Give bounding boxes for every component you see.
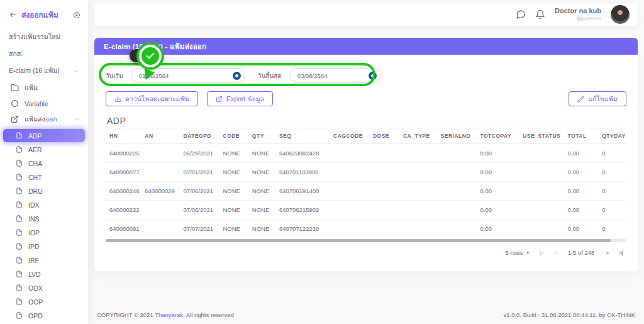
- column-header-totcopay[interactable]: TOTCOPAY: [476, 128, 519, 144]
- sidebar-group-label: E-claim (16 แฟ้ม): [9, 65, 60, 76]
- column-header-qty[interactable]: QTY: [248, 128, 275, 144]
- table-row[interactable]: 64000009107/07/2021NONENONE6407071222300…: [106, 220, 626, 238]
- sidebar-item-opd[interactable]: OPD: [0, 309, 88, 322]
- date-picker-icon[interactable]: [233, 72, 241, 80]
- sidebar-item-export-files[interactable]: แฟ้มส่งออก: [0, 111, 88, 128]
- user-role: ผู้ดูแลระบบ: [577, 16, 601, 22]
- end-date-label: วันสิ้นสุด: [258, 71, 282, 81]
- sidebar-item-iop[interactable]: IOP: [0, 226, 88, 239]
- sidebar-item-adp[interactable]: ADP: [3, 129, 85, 142]
- table-header-row: HNANDATEOPDCODEQTYSEQCAGCODEDOSECA_TYPES…: [106, 128, 626, 144]
- table-cell: [519, 144, 564, 163]
- sidebar-group-eclaim[interactable]: E-claim (16 แฟ้ม): [0, 62, 88, 79]
- column-header-use_status[interactable]: USE_STATUS: [519, 128, 564, 144]
- table-cell: 0.00: [476, 201, 519, 220]
- column-header-cagcode[interactable]: CAGCODE: [330, 128, 369, 144]
- sidebar-item-label: DRU: [28, 187, 43, 195]
- table-cell: 0.00: [564, 144, 599, 163]
- edit-file-button[interactable]: แก้ไขแฟ้ม: [569, 91, 626, 106]
- table-cell: [141, 220, 179, 238]
- top-navbar: Doctor na kub ผู้ดูแลระบบ: [94, 3, 638, 26]
- sidebar-item-irf[interactable]: IRF: [0, 254, 88, 267]
- table-cell: 640000225: [106, 144, 141, 163]
- bell-icon[interactable]: [535, 9, 545, 20]
- sidebar-item-label: INS: [28, 215, 40, 223]
- table-body: 64000022506/29/2021NONENONE6406230824280…: [106, 144, 626, 238]
- sidebar-item-sks[interactable]: สกส.: [0, 45, 88, 62]
- end-date-input[interactable]: [289, 68, 381, 83]
- sidebar-item-ipd[interactable]: IPD: [0, 240, 88, 253]
- thanyarak-link[interactable]: Thanyarak: [155, 311, 183, 318]
- table-cell: [369, 201, 399, 220]
- column-header-qtyday[interactable]: QTYDAY: [598, 128, 626, 144]
- column-header-ca_type[interactable]: CA_TYPE: [399, 128, 437, 144]
- next-page-button[interactable]: >: [605, 249, 608, 256]
- table-cell: 0.00: [564, 201, 599, 220]
- copyright-text: COPYRIGHT © 2021 Thanyarak, All rights r…: [97, 311, 234, 318]
- table-row[interactable]: 64000022506/29/2021NONENONE6406230824280…: [106, 144, 626, 163]
- sidebar-item-odx[interactable]: ODX: [0, 281, 88, 294]
- table-cell: [330, 163, 369, 182]
- first-page-button[interactable]: |<: [540, 249, 543, 256]
- table-title: ADP: [107, 116, 625, 126]
- table-cell: NONE: [219, 201, 248, 220]
- table-cell: [519, 182, 564, 201]
- footer: COPYRIGHT © 2021 Thanyarak, All rights r…: [94, 311, 638, 324]
- sidebar-item-lvd[interactable]: LVD: [0, 267, 88, 281]
- table-cell: 07/07/2021: [180, 220, 219, 238]
- sidebar-item-label: แฟ้ม: [25, 82, 80, 93]
- last-page-button[interactable]: >|: [619, 249, 623, 256]
- chat-icon[interactable]: [516, 9, 526, 20]
- table-cell: 640623082428: [275, 144, 330, 163]
- table-cell: 07/06/2021: [180, 201, 219, 220]
- table-cell: 640000222: [106, 201, 141, 220]
- table-cell: [330, 220, 369, 238]
- table-cell: 07/06/2021: [180, 182, 219, 201]
- table-cell: 0.00: [564, 182, 599, 201]
- table-cell: NONE: [219, 220, 248, 238]
- record-circle-icon[interactable]: [73, 11, 80, 19]
- back-arrow-icon[interactable]: [9, 11, 17, 19]
- circle-icon: [11, 99, 19, 108]
- download-file-button[interactable]: ดาวน์โหลดเฉพาะแฟ้ม: [106, 91, 198, 106]
- table-row[interactable]: 64000022207/06/2021NONENONE6407062159020…: [106, 201, 626, 220]
- column-header-an[interactable]: AN: [141, 128, 179, 144]
- table-cell: 06/29/2021: [180, 144, 219, 163]
- rows-per-page-select[interactable]: 5 rows ▾: [506, 249, 530, 256]
- user-info[interactable]: Doctor na kub ผู้ดูแลระบบ: [555, 7, 601, 22]
- date-picker-icon[interactable]: [369, 72, 377, 80]
- column-header-seq[interactable]: SEQ: [275, 128, 330, 144]
- column-header-code[interactable]: CODE: [219, 128, 248, 144]
- sidebar-item-variable[interactable]: Variable: [0, 96, 88, 111]
- export-data-button[interactable]: Export ข้อมูล: [207, 91, 273, 106]
- sidebar-item-label: LVD: [28, 271, 41, 278]
- prev-page-button[interactable]: <: [554, 249, 557, 256]
- sidebar-item-aer[interactable]: AER: [0, 143, 88, 156]
- table-row[interactable]: 64000024664000002907/06/2021NONENONE6407…: [106, 182, 626, 201]
- table-cell: [399, 182, 437, 201]
- sidebar-item-dru[interactable]: DRU: [0, 184, 88, 198]
- file-icon: [16, 187, 23, 194]
- table-cell: [141, 201, 179, 220]
- sidebar-item-label: CHA: [28, 160, 42, 167]
- avatar[interactable]: [611, 5, 630, 24]
- table-cell: 0: [598, 201, 626, 220]
- sidebar-item-create-file[interactable]: สร้างแฟ้มรวมใหม่: [0, 28, 88, 45]
- table-cell: [369, 182, 399, 201]
- sidebar-item-oop[interactable]: OOP: [0, 295, 88, 308]
- sidebar-item-idx[interactable]: IDX: [0, 198, 88, 211]
- table-cell: 640000029: [141, 182, 179, 201]
- success-check-icon: [139, 45, 162, 67]
- sidebar-item-cha[interactable]: CHA: [0, 157, 88, 170]
- column-header-serialno[interactable]: SERIALNO: [437, 128, 477, 144]
- column-header-dose[interactable]: DOSE: [369, 128, 399, 144]
- sidebar-item-ins[interactable]: INS: [0, 212, 88, 225]
- sidebar-item-files[interactable]: แฟ้ม: [0, 79, 88, 96]
- file-icon: [16, 243, 23, 250]
- column-header-total[interactable]: TOTAL: [564, 128, 599, 144]
- table-row[interactable]: 64000007707/01/2021NONENONE6407011039060…: [106, 163, 626, 182]
- table-cell: NONE: [248, 182, 275, 201]
- column-header-hn[interactable]: HN: [106, 128, 141, 144]
- column-header-dateopd[interactable]: DATEOPD: [180, 128, 219, 144]
- sidebar-item-cht[interactable]: CHT: [0, 170, 88, 184]
